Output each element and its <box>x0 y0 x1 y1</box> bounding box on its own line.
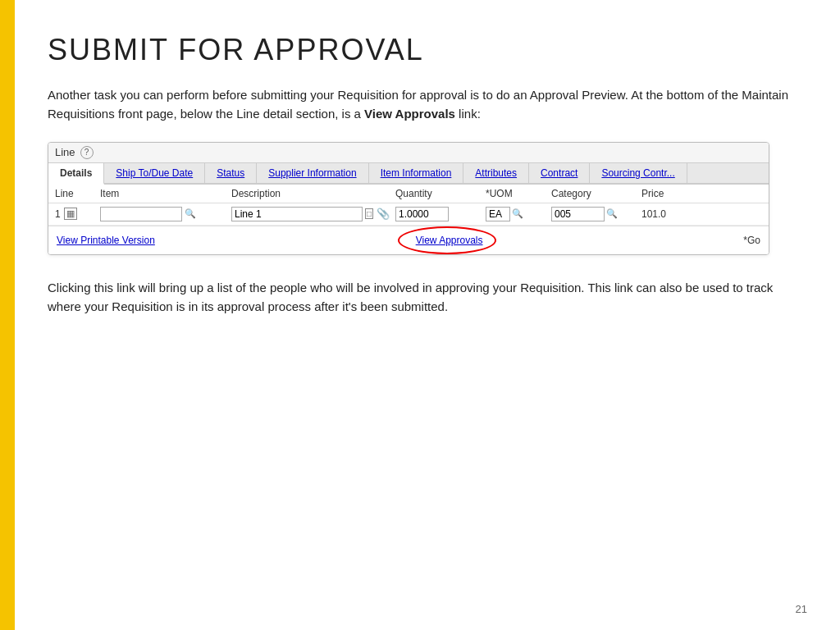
item-search-icon[interactable]: 🔍 <box>185 208 196 219</box>
item-input[interactable] <box>100 207 182 221</box>
line-label: Line <box>55 146 75 158</box>
page-number: 21 <box>796 603 807 615</box>
tabs-row: Details Ship To/Due Date Status Supplier… <box>48 163 769 185</box>
tab-contract[interactable]: Contract <box>529 163 590 183</box>
view-approvals-wrapper: View Approvals <box>406 231 493 249</box>
left-accent-bar <box>0 0 15 630</box>
screenshot-box: Line ? Details Ship To/Due Date Status S… <box>48 142 769 255</box>
cell-line-number: 1 ▦ <box>55 208 100 220</box>
description-input[interactable] <box>231 207 363 221</box>
tab-item-information[interactable]: Item Information <box>369 163 464 183</box>
category-input[interactable] <box>551 207 605 221</box>
cell-description: □ 📎 <box>231 207 395 221</box>
cell-category: 🔍 <box>551 207 641 221</box>
col-header-quantity: Quantity <box>395 188 486 199</box>
table-row: 1 ▦ 🔍 □ 📎 🔍 🔍 <box>48 203 769 226</box>
price-value: 101.0 <box>641 208 666 220</box>
copy-line-icon[interactable]: ▦ <box>64 208 77 220</box>
category-search-icon[interactable]: 🔍 <box>606 208 618 219</box>
page-title: SUBMIT FOR APPROVAL <box>48 33 799 67</box>
col-header-item: Item <box>100 188 231 199</box>
cell-uom: 🔍 <box>486 207 551 221</box>
cell-price: 101.0 <box>641 208 699 220</box>
cell-quantity <box>395 207 486 221</box>
expand-description-icon[interactable]: □ <box>365 208 373 219</box>
line-number: 1 <box>55 208 61 220</box>
main-content: SUBMIT FOR APPROVAL Another task you can… <box>15 0 840 630</box>
tab-attributes[interactable]: Attributes <box>463 163 529 183</box>
screenshot-footer: View Printable Version View Approvals *G… <box>48 226 769 254</box>
help-icon[interactable]: ? <box>80 146 94 159</box>
view-approvals-bold-text: View Approvals <box>364 107 455 121</box>
col-header-category: Category <box>551 188 641 199</box>
tab-sourcing-contract[interactable]: Sourcing Contr... <box>590 163 687 183</box>
cell-item: 🔍 <box>100 207 231 221</box>
paragraph1-end-text: link: <box>455 107 481 121</box>
view-approvals-link[interactable]: View Approvals <box>406 231 493 249</box>
tab-details[interactable]: Details <box>48 163 104 185</box>
tab-ship-to-due-date[interactable]: Ship To/Due Date <box>104 163 205 183</box>
col-header-line: Line <box>55 188 100 199</box>
uom-search-icon[interactable]: 🔍 <box>512 208 523 219</box>
tab-status[interactable]: Status <box>205 163 257 183</box>
col-header-description: Description <box>231 188 395 199</box>
col-header-price: Price <box>641 188 699 199</box>
column-headers: Line Item Description Quantity *UOM Cate… <box>48 185 769 203</box>
closing-paragraph: Clicking this link will bring up a list … <box>48 278 799 317</box>
go-text: *Go <box>743 235 760 246</box>
intro-paragraph: Another task you can perform before subm… <box>48 85 799 124</box>
tab-supplier-information[interactable]: Supplier Information <box>257 163 368 183</box>
view-printable-link[interactable]: View Printable Version <box>57 235 155 246</box>
quantity-input[interactable] <box>395 207 449 221</box>
uom-input[interactable] <box>486 207 510 221</box>
col-header-uom: *UOM <box>486 188 551 199</box>
line-header-bar: Line ? <box>48 143 769 163</box>
attach-icon[interactable]: 📎 <box>377 208 389 220</box>
